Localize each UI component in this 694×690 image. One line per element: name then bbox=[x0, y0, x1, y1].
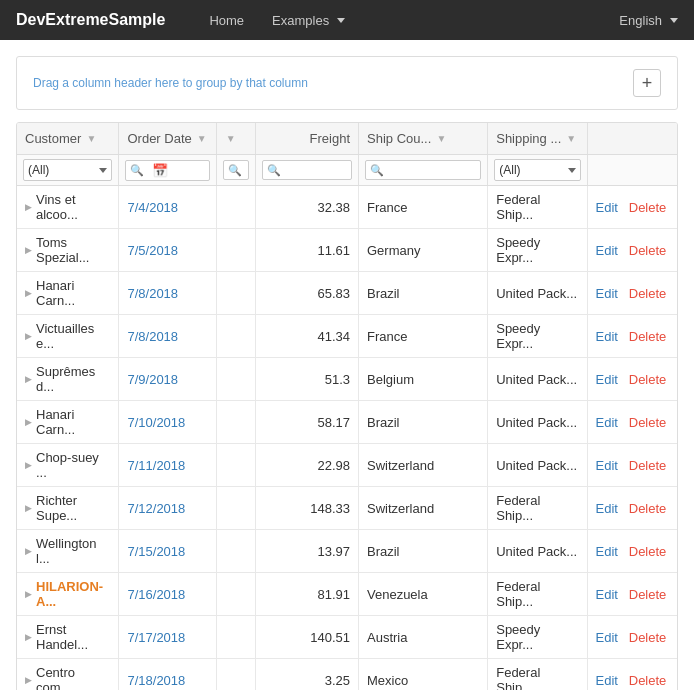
cell-customer: ▶ Richter Supe... bbox=[17, 487, 119, 530]
freight-search-field[interactable] bbox=[283, 163, 347, 177]
order-date-filter-icon[interactable]: ▼ bbox=[196, 133, 208, 145]
edit-link[interactable]: Edit bbox=[596, 243, 618, 258]
shipping-filter-icon[interactable]: ▼ bbox=[565, 133, 577, 145]
delete-link[interactable]: Delete bbox=[629, 243, 667, 258]
freight-search-input[interactable]: 🔍 bbox=[262, 160, 352, 180]
col-filter-extra: ▼ bbox=[216, 123, 255, 155]
cell-extra bbox=[216, 186, 255, 229]
cell-order-date: 7/5/2018 bbox=[119, 229, 216, 272]
table-row: ▶ Wellington l... 7/15/2018 13.97 Brazil… bbox=[17, 530, 677, 573]
edit-link[interactable]: Edit bbox=[596, 329, 618, 344]
ship-country-search-input[interactable]: 🔍 bbox=[365, 160, 481, 180]
delete-link[interactable]: Delete bbox=[629, 458, 667, 473]
expand-arrow-icon[interactable]: ▶ bbox=[25, 245, 32, 255]
expand-arrow-icon[interactable]: ▶ bbox=[25, 288, 32, 298]
date-search-icon: 🔍 bbox=[130, 164, 144, 177]
freight-filter-cell: 🔍 bbox=[255, 155, 358, 186]
customer-name: Richter Supe... bbox=[36, 493, 110, 523]
expand-arrow-icon[interactable]: ▶ bbox=[25, 675, 32, 685]
cell-order-date: 7/11/2018 bbox=[119, 444, 216, 487]
cell-country: Brazil bbox=[359, 272, 488, 315]
cell-extra bbox=[216, 659, 255, 691]
customer-name: HILARION-A... bbox=[36, 579, 110, 609]
expand-arrow-icon[interactable]: ▶ bbox=[25, 331, 32, 341]
cell-order-date: 7/15/2018 bbox=[119, 530, 216, 573]
table-row: ▶ Ernst Handel... 7/17/2018 140.51 Austr… bbox=[17, 616, 677, 659]
expand-arrow-icon[interactable]: ▶ bbox=[25, 460, 32, 470]
cell-shipping: Speedy Expr... bbox=[488, 229, 587, 272]
expand-arrow-icon[interactable]: ▶ bbox=[25, 202, 32, 212]
cell-customer: ▶ Vins et alcoo... bbox=[17, 186, 119, 229]
delete-link[interactable]: Delete bbox=[629, 587, 667, 602]
delete-link[interactable]: Delete bbox=[629, 673, 667, 688]
edit-link[interactable]: Edit bbox=[596, 587, 618, 602]
filter-row: (All) 🔍 📅 🔍 bbox=[17, 155, 677, 186]
cell-shipping: Federal Ship... bbox=[488, 573, 587, 616]
add-button[interactable]: + bbox=[633, 69, 661, 97]
delete-link[interactable]: Delete bbox=[629, 200, 667, 215]
ship-country-search-field[interactable] bbox=[386, 163, 476, 177]
navbar-language[interactable]: English bbox=[619, 13, 678, 28]
edit-link[interactable]: Edit bbox=[596, 372, 618, 387]
shipping-filter-select[interactable]: (All) bbox=[494, 159, 580, 181]
edit-link[interactable]: Edit bbox=[596, 501, 618, 516]
extra-search-input[interactable]: 🔍 bbox=[223, 160, 249, 180]
cell-customer: ▶ Toms Spezial... bbox=[17, 229, 119, 272]
expand-arrow-icon[interactable]: ▶ bbox=[25, 632, 32, 642]
cell-order-date: 7/12/2018 bbox=[119, 487, 216, 530]
cell-actions: Edit Delete bbox=[587, 272, 677, 315]
expand-arrow-icon[interactable]: ▶ bbox=[25, 417, 32, 427]
extra-filter-icon[interactable]: ▼ bbox=[225, 133, 237, 145]
cell-order-date: 7/16/2018 bbox=[119, 573, 216, 616]
edit-link[interactable]: Edit bbox=[596, 544, 618, 559]
navbar-brand: DevExtremeSample bbox=[16, 11, 165, 29]
group-panel: Drag a column header here to group by th… bbox=[16, 56, 678, 110]
delete-link[interactable]: Delete bbox=[629, 630, 667, 645]
edit-link[interactable]: Edit bbox=[596, 286, 618, 301]
cell-country: Switzerland bbox=[359, 444, 488, 487]
customer-name: Wellington l... bbox=[36, 536, 110, 566]
edit-link[interactable]: Edit bbox=[596, 458, 618, 473]
nav-home[interactable]: Home bbox=[197, 3, 256, 38]
navbar-links: Home Examples bbox=[197, 3, 619, 38]
customer-select-chevron-icon bbox=[99, 168, 107, 173]
table-row: ▶ Hanari Carn... 7/8/2018 65.83 Brazil U… bbox=[17, 272, 677, 315]
cell-freight: 41.34 bbox=[255, 315, 358, 358]
delete-link[interactable]: Delete bbox=[629, 501, 667, 516]
cell-country: France bbox=[359, 186, 488, 229]
edit-link[interactable]: Edit bbox=[596, 415, 618, 430]
delete-link[interactable]: Delete bbox=[629, 415, 667, 430]
delete-link[interactable]: Delete bbox=[629, 544, 667, 559]
customer-filter-select[interactable]: (All) bbox=[23, 159, 112, 181]
calendar-icon[interactable]: 📅 bbox=[152, 163, 168, 178]
cell-country: France bbox=[359, 315, 488, 358]
ship-country-filter-icon[interactable]: ▼ bbox=[435, 133, 447, 145]
expand-arrow-icon[interactable]: ▶ bbox=[25, 589, 32, 599]
expand-arrow-icon[interactable]: ▶ bbox=[25, 374, 32, 384]
edit-link[interactable]: Edit bbox=[596, 673, 618, 688]
cell-shipping: United Pack... bbox=[488, 401, 587, 444]
expand-arrow-icon[interactable]: ▶ bbox=[25, 503, 32, 513]
delete-link[interactable]: Delete bbox=[629, 329, 667, 344]
expand-arrow-icon[interactable]: ▶ bbox=[25, 546, 32, 556]
customer-filter-icon[interactable]: ▼ bbox=[85, 133, 97, 145]
cell-freight: 32.38 bbox=[255, 186, 358, 229]
edit-link[interactable]: Edit bbox=[596, 630, 618, 645]
table-row: ▶ Chop-suey ... 7/11/2018 22.98 Switzerl… bbox=[17, 444, 677, 487]
cell-extra bbox=[216, 229, 255, 272]
table-row: ▶ Suprêmes d... 7/9/2018 51.3 Belgium Un… bbox=[17, 358, 677, 401]
cell-extra bbox=[216, 444, 255, 487]
nav-examples[interactable]: Examples bbox=[260, 3, 357, 38]
order-date-filter-input[interactable]: 🔍 📅 bbox=[125, 160, 209, 181]
delete-link[interactable]: Delete bbox=[629, 372, 667, 387]
cell-freight: 81.91 bbox=[255, 573, 358, 616]
delete-link[interactable]: Delete bbox=[629, 286, 667, 301]
cell-extra bbox=[216, 272, 255, 315]
customer-name: Chop-suey ... bbox=[36, 450, 110, 480]
col-ship-country: Ship Cou... ▼ bbox=[359, 123, 488, 155]
edit-link[interactable]: Edit bbox=[596, 200, 618, 215]
main-content: Drag a column header here to group by th… bbox=[0, 40, 694, 690]
cell-actions: Edit Delete bbox=[587, 616, 677, 659]
cell-actions: Edit Delete bbox=[587, 487, 677, 530]
customer-name: Ernst Handel... bbox=[36, 622, 110, 652]
